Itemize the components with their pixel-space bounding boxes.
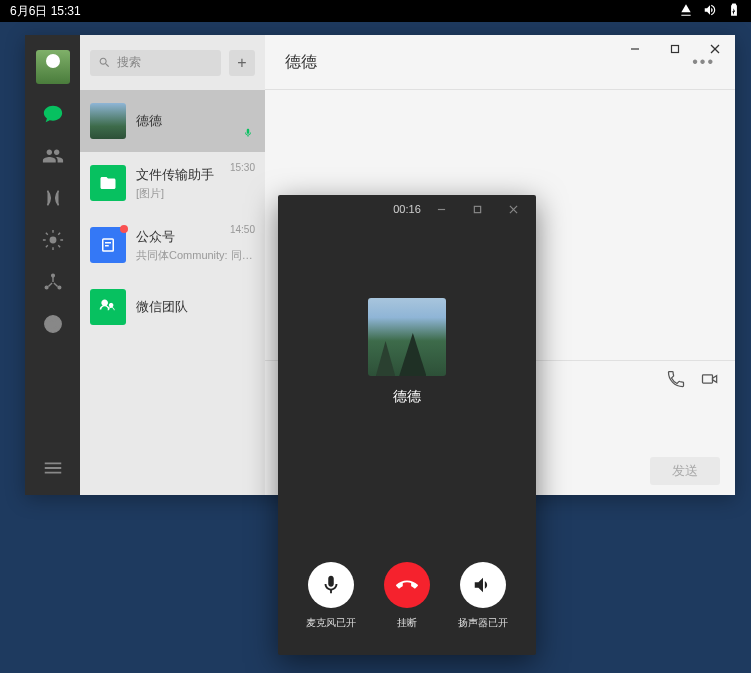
svg-rect-17	[474, 206, 480, 212]
conversation-avatar	[90, 165, 126, 201]
window-maximize[interactable]	[655, 35, 695, 63]
nav-miniprogram-icon[interactable]	[41, 312, 65, 336]
call-buttons: 麦克风已开 挂断 扬声器已开	[306, 562, 508, 630]
speaker-icon	[472, 574, 494, 596]
conversation-preview: 共同体Community: 同欣…	[136, 248, 255, 263]
search-placeholder: 搜索	[117, 54, 141, 71]
conversation-item[interactable]: 微信团队	[80, 276, 265, 338]
nav-chats[interactable]	[41, 102, 65, 126]
conversation-avatar	[90, 227, 126, 263]
voice-call-indicator-icon	[243, 124, 253, 142]
search-icon	[98, 56, 111, 69]
microphone-icon	[320, 574, 342, 596]
nav-menu[interactable]	[41, 456, 65, 480]
nav-contacts[interactable]	[41, 144, 65, 168]
call-window-controls: 00:16	[278, 195, 536, 223]
system-datetime: 6月6日 15:31	[10, 3, 81, 20]
conversation-time: 15:30	[230, 162, 255, 173]
speaker-label: 扬声器已开	[458, 616, 508, 630]
network-icon[interactable]	[679, 3, 693, 20]
nav-rail	[25, 35, 80, 495]
speaker-toggle-button[interactable]	[460, 562, 506, 608]
add-button[interactable]: +	[229, 50, 255, 76]
unread-badge	[120, 225, 128, 233]
svg-point-2	[45, 286, 48, 289]
svg-point-3	[58, 286, 61, 289]
svg-point-4	[44, 316, 61, 333]
nav-settings-icon[interactable]	[41, 228, 65, 252]
voice-call-icon[interactable]	[666, 369, 686, 389]
conversation-avatar	[90, 103, 126, 139]
system-top-bar: 6月6日 15:31	[0, 0, 751, 22]
voice-call-window: 00:16 德德 麦克风已开 挂断 扬声器已开	[278, 195, 536, 655]
conversation-name: 德德	[136, 112, 255, 130]
battery-icon[interactable]	[727, 3, 741, 20]
hangup-label: 挂断	[397, 616, 417, 630]
call-maximize[interactable]	[459, 195, 495, 223]
call-close[interactable]	[495, 195, 531, 223]
conversation-list: 搜索 + 德德 文件传输助手 [图片] 15:30 公众	[80, 35, 265, 495]
conversation-name: 微信团队	[136, 298, 255, 316]
video-call-icon[interactable]	[700, 369, 720, 389]
conversation-time: 14:50	[230, 224, 255, 235]
conversation-avatar	[90, 289, 126, 325]
window-close[interactable]	[695, 35, 735, 63]
hangup-button[interactable]	[384, 562, 430, 608]
caller-avatar	[368, 298, 446, 376]
send-button[interactable]: 发送	[650, 457, 720, 485]
call-timer: 00:16	[393, 203, 421, 215]
search-bar: 搜索 +	[80, 35, 265, 90]
volume-icon[interactable]	[703, 3, 717, 20]
hangup-icon	[396, 574, 418, 596]
conversation-item[interactable]: 文件传输助手 [图片] 15:30	[80, 152, 265, 214]
conversation-item[interactable]: 德德	[80, 90, 265, 152]
svg-rect-9	[672, 46, 679, 53]
user-avatar[interactable]	[36, 50, 70, 84]
nav-favorites-icon[interactable]	[41, 270, 65, 294]
conversation-preview: [图片]	[136, 186, 255, 201]
svg-point-0	[50, 237, 56, 243]
caller-name: 德德	[393, 388, 421, 406]
call-minimize[interactable]	[423, 195, 459, 223]
svg-rect-15	[703, 375, 713, 383]
search-input[interactable]: 搜索	[90, 50, 221, 76]
mic-toggle-button[interactable]	[308, 562, 354, 608]
window-minimize[interactable]	[615, 35, 655, 63]
conversation-item[interactable]: 公众号 共同体Community: 同欣… 14:50	[80, 214, 265, 276]
mic-label: 麦克风已开	[306, 616, 356, 630]
window-controls	[615, 35, 735, 63]
nav-discover[interactable]	[41, 186, 65, 210]
